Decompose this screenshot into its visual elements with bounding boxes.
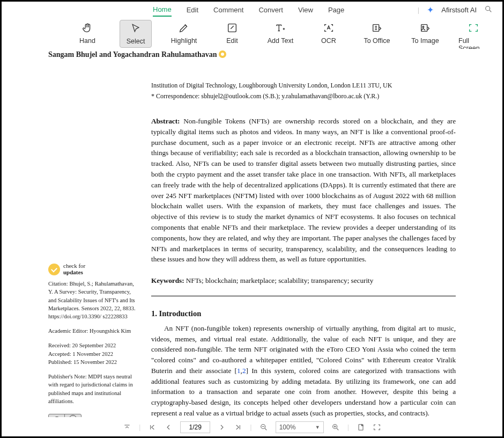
published: Published: 15 November 2022 xyxy=(48,358,139,366)
editor-block: Academic Editor: Hyoungshick Kim xyxy=(48,327,139,335)
svg-line-11 xyxy=(265,428,266,430)
tool-add-text[interactable]: Add Text xyxy=(264,20,297,47)
received: Received: 20 September 2022 xyxy=(48,341,139,349)
tool-label: OCR xyxy=(321,37,336,45)
tool-highlight[interactable]: Highlight xyxy=(168,20,200,47)
scroll-top-button[interactable] xyxy=(123,423,131,432)
section-rule xyxy=(151,296,456,296)
abstract-label: Abstract: xyxy=(151,117,180,125)
ai-sparkle-icon: ✦ xyxy=(427,5,434,15)
keywords-label: Keywords: xyxy=(151,276,184,284)
cursor-icon xyxy=(130,23,141,34)
ocr-icon xyxy=(323,22,335,34)
article-main: Institution of Digital Technology, Lough… xyxy=(151,81,456,417)
keywords: Keywords: NFTs; blockchain; marketplace;… xyxy=(151,275,456,286)
menu-right: | ✦ Afirstsoft AI xyxy=(418,2,493,18)
hand-icon xyxy=(81,22,93,34)
tab-view[interactable]: View xyxy=(298,4,313,16)
separator: | xyxy=(418,6,419,14)
svg-point-0 xyxy=(486,6,490,10)
fit-page-button[interactable] xyxy=(357,423,365,432)
tool-label: Edit xyxy=(226,37,238,45)
svg-line-1 xyxy=(490,10,491,12)
check-bottom: updates xyxy=(63,269,85,276)
tool-select[interactable]: Select xyxy=(120,20,152,48)
zoom-out-button[interactable] xyxy=(260,423,268,432)
menu-tabs: Home Edit Comment Convert View Page | ✦ … xyxy=(2,2,502,18)
prev-page-button[interactable] xyxy=(164,423,173,432)
ai-label[interactable]: Afirstsoft AI xyxy=(441,6,477,14)
orcid-icon xyxy=(219,50,226,58)
page-number-input[interactable] xyxy=(180,421,210,433)
tab-comment[interactable]: Comment xyxy=(213,4,243,16)
check-top: check for xyxy=(63,262,85,269)
abstract: Abstract: Non-fungible Tokens (NFTs) are… xyxy=(151,116,456,265)
tab-convert[interactable]: Convert xyxy=(258,4,283,16)
correspondence: * Correspondence: sbhujel2@outlook.com (… xyxy=(151,91,456,101)
zoom-select[interactable]: 100% ▼ xyxy=(276,421,324,433)
next-page-button[interactable] xyxy=(218,423,226,432)
svg-line-15 xyxy=(337,428,338,430)
section-heading: 1. Introduction xyxy=(151,308,456,320)
accepted: Accepted: 1 November 2022 xyxy=(48,350,139,358)
article-sidebar: check for updates Citation: Bhujel, S.; … xyxy=(48,81,139,417)
tool-label: Hand xyxy=(79,37,95,45)
tool-hand[interactable]: Hand xyxy=(71,20,103,47)
add-text-icon xyxy=(275,22,286,34)
abstract-body: Non-fungible Tokens (NFTs) are ownership… xyxy=(151,117,456,263)
citation-block: Citation: Bhujel, S.; Rahulamathavan, Y.… xyxy=(48,280,139,320)
keywords-body: NFTs; blockchain; marketplace; scalabili… xyxy=(186,276,374,284)
pdf-page: Sangam Bhujel and Yogachandran Rahulamat… xyxy=(38,49,466,417)
fullscreen-view-button[interactable] xyxy=(373,423,381,432)
document-viewport[interactable]: Sangam Bhujel and Yogachandran Rahulamat… xyxy=(3,49,501,417)
last-page-button[interactable] xyxy=(234,423,242,432)
toolbar: Hand Select Highlight Edit Add Text OCR … xyxy=(2,18,502,49)
ref-1-link[interactable]: 1 xyxy=(237,367,241,375)
fullscreen-icon xyxy=(468,22,479,34)
chevron-down-icon: ▼ xyxy=(315,425,320,430)
tool-label: To Image xyxy=(411,37,439,45)
tool-ocr[interactable]: OCR xyxy=(313,20,345,47)
tool-label: Select xyxy=(127,38,145,45)
tab-home[interactable]: Home xyxy=(153,3,172,17)
check-updates-badge[interactable]: check for updates xyxy=(48,263,139,275)
tool-label: To Office xyxy=(364,37,390,45)
svg-rect-4 xyxy=(421,25,427,32)
tool-label: Highlight xyxy=(171,37,197,45)
pubnote-block: Publisher's Note: MDPI stays neutral wit… xyxy=(48,373,139,405)
dates-block: Received: 20 September 2022 Accepted: 1 … xyxy=(48,341,139,366)
search-icon[interactable] xyxy=(484,5,493,15)
zoom-value: 100% xyxy=(279,424,296,431)
zoom-in-button[interactable] xyxy=(331,423,340,432)
tab-edit[interactable]: Edit xyxy=(187,4,198,16)
tool-to-image[interactable]: To Image xyxy=(409,20,441,47)
svg-point-5 xyxy=(423,26,424,28)
highlight-icon xyxy=(178,22,190,34)
bottom-bar: | | 100% ▼ | xyxy=(3,417,501,436)
tool-edit[interactable]: Edit xyxy=(216,20,248,47)
first-page-button[interactable] xyxy=(148,423,157,432)
to-image-icon xyxy=(419,22,431,34)
intro-para-1: An NFT (non-fungible token) represents o… xyxy=(151,323,456,417)
tab-page[interactable]: Page xyxy=(328,4,344,16)
authors-text: Sangam Bhujel and Yogachandran Rahulamat… xyxy=(48,50,217,59)
tool-to-office[interactable]: To Office xyxy=(361,20,393,47)
tool-label: Add Text xyxy=(268,37,293,45)
edit-icon xyxy=(226,22,238,34)
check-text: check for updates xyxy=(63,263,85,275)
to-office-icon xyxy=(371,22,383,34)
check-icon xyxy=(48,264,60,275)
authors-line: Sangam Bhujel and Yogachandran Rahulamat… xyxy=(48,49,456,62)
affiliation: Institution of Digital Technology, Lough… xyxy=(151,81,456,90)
